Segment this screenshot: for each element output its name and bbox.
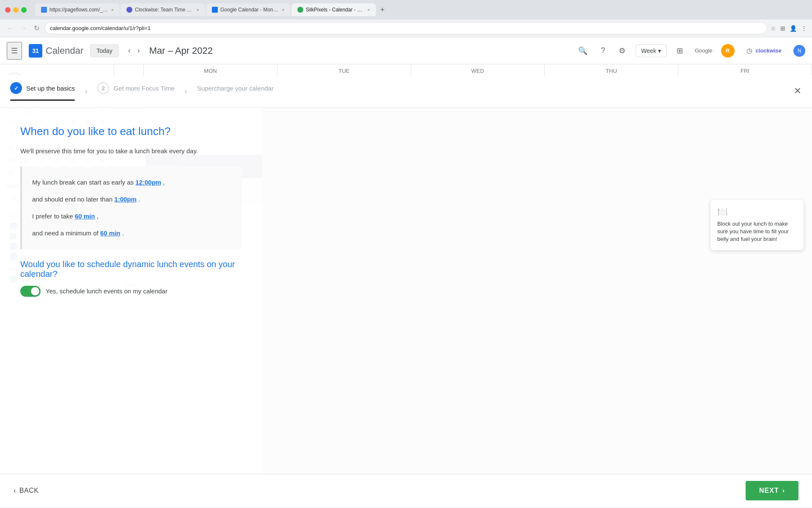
chevron-down-icon: ▾	[658, 47, 661, 54]
toggle-row: Yes, schedule lunch events on my calenda…	[20, 286, 242, 297]
help-button[interactable]: ?	[598, 43, 609, 58]
week-label: Week	[641, 47, 656, 54]
setup-step-2[interactable]: 2 Get more Focus Time	[97, 82, 174, 101]
back-arrow-icon: ‹	[14, 487, 16, 494]
tab-pageflows[interactable]: https://pageflows.com/_/email... ×	[35, 3, 120, 16]
step-2-label: Get more Focus Time	[113, 85, 174, 92]
toggle-label-text: Yes, schedule lunch events on my calenda…	[46, 287, 167, 295]
tab-title: SilkPixels - Calendar - Week of...	[306, 7, 365, 13]
lunch-sentence-1: My lunch break can start as early as 12:…	[32, 175, 232, 190]
new-tab-button[interactable]: +	[377, 4, 388, 16]
address-bar: ← → ↻ ☆ ⊞ 👤 ⋮	[0, 19, 812, 37]
app-container: ☰ 31 Calendar Today ‹ › Mar – Apr 2022 🔍…	[0, 37, 812, 507]
tooltip-text: Block out your lunch to make sure you ha…	[717, 220, 797, 243]
profile-icon[interactable]: 👤	[790, 25, 797, 32]
dynamic-lunch-title: Would you like to schedule dynamic lunch…	[20, 260, 242, 279]
setup-step-1[interactable]: ✓ Set up the basics	[10, 82, 75, 101]
tab-close-icon[interactable]: ×	[282, 7, 285, 12]
step-arrow-2: ›	[185, 88, 187, 95]
browser-chrome: https://pageflows.com/_/email... × Clock…	[0, 0, 812, 37]
lunch-toggle[interactable]	[20, 286, 41, 297]
tab-favicon	[126, 7, 132, 13]
menu-icon[interactable]: ⋮	[801, 25, 807, 32]
traffic-lights	[5, 7, 27, 13]
week-view-selector[interactable]: Week ▾	[636, 44, 667, 57]
app-header: ☰ 31 Calendar Today ‹ › Mar – Apr 2022 🔍…	[0, 37, 812, 64]
setup-main-title: When do you like to eat lunch?	[20, 125, 242, 138]
lunch-tooltip: 🍽️ Block out your lunch to make sure you…	[710, 200, 804, 250]
sentence-1-prefix: My lunch break can start as early as	[32, 179, 134, 186]
tab-close-icon[interactable]: ×	[368, 7, 370, 12]
user-avatar[interactable]: R	[721, 44, 735, 58]
maximize-button[interactable]	[21, 7, 27, 13]
step-3-label: Supercharge your calendar	[197, 85, 274, 92]
sentence-4-suffix: .	[122, 229, 124, 237]
setup-description: We'll preserve this time for you to take…	[20, 146, 242, 156]
address-icons: ☆ ⊞ 👤 ⋮	[771, 25, 807, 32]
settings-button[interactable]: ⚙	[615, 43, 629, 59]
step-2-circle: 2	[97, 82, 109, 94]
browser-titlebar: https://pageflows.com/_/email... × Clock…	[0, 0, 812, 19]
extension-icon[interactable]: ⊞	[780, 25, 785, 32]
preferred-duration-link[interactable]: 60 min	[75, 213, 95, 220]
tab-title: Google Calendar - Monday, 28...	[220, 7, 280, 13]
min-duration-link[interactable]: 60 min	[100, 229, 121, 237]
tab-close-icon[interactable]: ×	[111, 7, 114, 12]
search-button[interactable]: 🔍	[575, 43, 591, 59]
tab-title: https://pageflows.com/_/email...	[49, 7, 109, 13]
tab-favicon	[212, 7, 218, 13]
back-nav-button[interactable]: ←	[5, 23, 15, 34]
setup-exit-button[interactable]	[793, 86, 802, 97]
tab-close-icon[interactable]: ×	[197, 7, 199, 12]
tab-favicon	[297, 7, 303, 13]
sentence-2-suffix: .	[138, 196, 140, 203]
setup-step-3[interactable]: Supercharge your calendar	[197, 85, 274, 99]
minimize-button[interactable]	[13, 7, 19, 13]
google-logo: Google	[693, 47, 714, 54]
sentence-3-prefix: I prefer to take	[32, 213, 73, 220]
step-1-circle: ✓	[10, 82, 22, 94]
sentence-3-suffix: ,	[97, 213, 99, 220]
today-button[interactable]: Today	[90, 44, 118, 57]
calendar-backdrop	[262, 108, 812, 474]
tab-silkpixels[interactable]: SilkPixels - Calendar - Week of... ×	[291, 3, 376, 16]
lunch-sentence-2: and should end no later than 1:00pm .	[32, 192, 232, 207]
tooltip-icon: 🍽️	[717, 207, 797, 217]
sentence-2-prefix: and should end no later than	[32, 196, 112, 203]
user-avatar-small[interactable]: N	[793, 45, 805, 57]
tab-clockwise[interactable]: Clockwise: Team Time & Cale... ×	[121, 3, 205, 16]
clockwise-logo: clockwise	[756, 47, 782, 54]
hamburger-menu-button[interactable]: ☰	[7, 42, 22, 60]
apps-grid-button[interactable]: ⊞	[673, 43, 686, 59]
next-label: NEXT	[759, 487, 779, 494]
tab-google-calendar[interactable]: Google Calendar - Monday, 28... ×	[206, 3, 291, 16]
setup-footer: ‹ BACK NEXT ›	[0, 474, 812, 507]
lunch-settings-block: My lunch break can start as early as 12:…	[20, 166, 242, 249]
prev-date-button[interactable]: ‹	[126, 44, 133, 58]
app-logo: 31 Calendar	[29, 44, 83, 58]
lunch-sentence-4: and need a minimum of 60 min .	[32, 226, 232, 241]
calendar-logo-icon: 31	[29, 44, 42, 58]
back-label: BACK	[19, 487, 39, 494]
close-button[interactable]	[5, 7, 11, 13]
setup-body: When do you like to eat lunch? We'll pre…	[0, 108, 812, 474]
step-arrow-1: ›	[85, 88, 87, 95]
next-button[interactable]: NEXT ›	[746, 481, 798, 500]
current-date-range: Mar – Apr 2022	[149, 45, 568, 56]
sentence-1-suffix: ,	[163, 179, 165, 186]
reload-button[interactable]: ↻	[32, 22, 41, 34]
lunch-sentence-3: I prefer to take 60 min ,	[32, 209, 232, 224]
date-nav: ‹ ›	[126, 44, 143, 58]
next-date-button[interactable]: ›	[135, 44, 143, 58]
app-logo-text: Calendar	[46, 45, 83, 56]
forward-nav-button[interactable]: →	[19, 23, 29, 34]
setup-left-panel: When do you like to eat lunch? We'll pre…	[0, 108, 262, 474]
start-time-link[interactable]: 12:00pm	[135, 179, 161, 186]
bookmark-icon[interactable]: ☆	[771, 25, 776, 32]
end-time-link[interactable]: 1:00pm	[114, 196, 137, 203]
setup-right-panel	[262, 108, 812, 474]
back-button[interactable]: ‹ BACK	[14, 487, 38, 494]
address-input[interactable]	[44, 22, 767, 34]
clockwise-header: ◷ clockwise	[741, 44, 787, 57]
tab-favicon	[41, 7, 47, 13]
